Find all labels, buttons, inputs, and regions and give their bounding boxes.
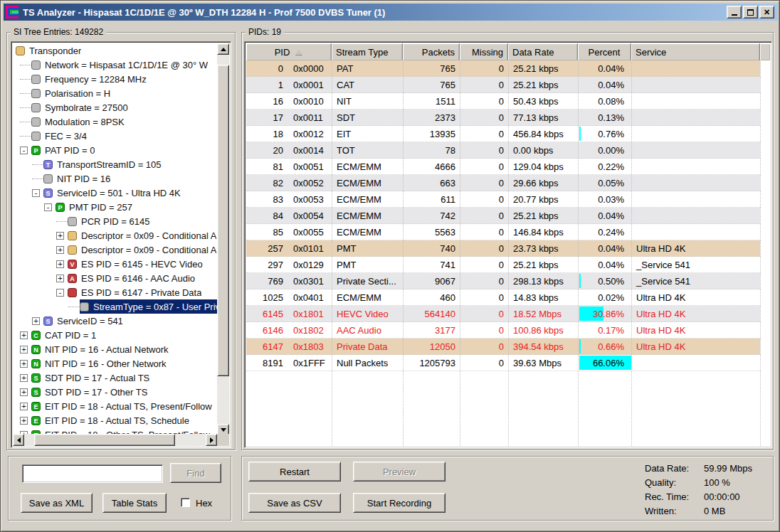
tree-item[interactable]: +Descriptor = 0x09 - Conditional A [13, 228, 217, 243]
cell-missing: 0 [460, 224, 508, 240]
tree-item[interactable]: Modulation = 8PSK [13, 115, 217, 129]
expand-icon[interactable]: + [20, 360, 28, 368]
table-row[interactable]: 2570x0101PMT740023.73 kbps0.04%Ultra HD … [246, 240, 770, 257]
tree-item[interactable]: -SServiceID = 501 - Ultra HD 4K [13, 186, 217, 200]
tree-item[interactable]: +SSDT PID = 17 - Other TS [13, 385, 217, 399]
table-row[interactable]: 10250x0401ECM/EMM460014.83 kbps0.02%Ultr… [246, 289, 770, 306]
table-row[interactable]: 810x0051ECM/EMM46660129.04 kbps0.22% [246, 159, 770, 175]
column-header-stream-type[interactable]: Stream Type [332, 43, 403, 60]
tree-item[interactable]: PCR PID = 6145 [13, 214, 217, 228]
tree-item[interactable]: +Descriptor = 0x09 - Conditional A [13, 243, 217, 257]
tree-item-content: Descriptor = 0x09 - Conditional A [68, 243, 217, 257]
tree-horizontal-scrollbar[interactable] [13, 434, 217, 446]
expand-icon[interactable]: + [32, 317, 40, 325]
tree-item[interactable]: +CCAT PID = 1 [13, 328, 217, 342]
tree-item[interactable]: +AES PID = 6146 - AAC Audio [13, 271, 217, 285]
column-header-data-rate[interactable]: Data Rate [508, 43, 578, 60]
hex-checkbox[interactable] [181, 498, 190, 507]
tree-item[interactable]: Polarisation = H [13, 86, 217, 100]
tree-item[interactable]: Transponder [13, 43, 217, 58]
table-row[interactable]: 2970x0129PMT741025.21 kbps0.04%_Service … [246, 257, 770, 273]
tree-item[interactable]: Network = Hispasat 1C/1D/1E @ 30° W [13, 58, 217, 72]
column-header-packets[interactable]: Packets [403, 43, 460, 60]
expand-icon[interactable]: + [56, 232, 64, 240]
gray-node-icon [31, 75, 41, 84]
tree-item[interactable]: +EEIT PID = 18 - Actual TS, Schedule [13, 413, 217, 427]
expand-icon[interactable]: + [20, 403, 28, 410]
collapse-icon[interactable]: - [20, 147, 28, 154]
table-row[interactable]: 61470x1803Private Data120500394.54 kbps0… [246, 339, 770, 355]
tree-item[interactable]: -PPMT PID = 257 [13, 200, 217, 214]
table-row[interactable]: 00x0000PAT765025.21 kbps0.04% [246, 60, 770, 77]
tree-item[interactable]: +SServiceID = 541 [13, 314, 217, 328]
table-row[interactable]: 61450x1801HEVC Video564140018.52 Mbps30.… [246, 306, 770, 322]
table-row[interactable]: 81910x1FFFNull Packets1205793039.63 Mbps… [246, 355, 770, 371]
save-as-csv-button[interactable]: Save as CSV [248, 493, 341, 513]
column-header-pid[interactable]: PID [246, 43, 332, 60]
title-bar[interactable]: TS Analyzer - Hispasat 1C/1D/1E @ 30º W_… [4, 4, 778, 21]
tree-hscroll-thumb[interactable] [34, 434, 175, 446]
expand-icon[interactable]: + [56, 260, 64, 268]
search-input[interactable] [22, 464, 163, 483]
tree-scroll-up-button[interactable] [217, 43, 229, 55]
collapse-icon[interactable]: - [32, 189, 40, 197]
tree-scroll-right-button[interactable] [206, 434, 217, 446]
table-row[interactable]: 840x0054ECM/EMM742025.21 kbps0.04% [246, 208, 770, 224]
si-tree-view[interactable]: TransponderNetwork = Hispasat 1C/1D/1E @… [11, 41, 231, 448]
tree-item[interactable]: StreamType = 0x87 - User Priva [13, 299, 217, 314]
tree-item[interactable]: TTransportStreamID = 105 [13, 157, 217, 171]
tree-item[interactable]: -PPAT PID = 0 [13, 143, 217, 157]
maximize-button[interactable] [743, 6, 758, 18]
tree-item[interactable]: +NNIT PID = 16 - Other Network [13, 356, 217, 371]
a-red-node-icon: A [68, 274, 77, 283]
table-row[interactable]: 180x0012EIT139350456.84 kbps0.76% [246, 126, 770, 142]
table-row[interactable]: 7690x0301Private Secti...90670298.13 kbp… [246, 273, 770, 289]
tree-scroll-left-button[interactable] [13, 434, 24, 446]
tree-item[interactable]: Frequency = 12284 MHz [13, 72, 217, 86]
cell-missing: 0 [460, 322, 508, 339]
tree-item[interactable]: NIT PID = 16 [13, 171, 217, 186]
table-row[interactable]: 160x0010NIT1511050.43 kbps0.08% [246, 93, 770, 110]
column-header-percent[interactable]: Percent [578, 43, 631, 60]
tree-item[interactable]: Symbolrate = 27500 [13, 100, 217, 115]
expand-icon[interactable]: + [20, 388, 28, 396]
table-row[interactable]: 200x0014TOT7800.00 kbps0.00% [246, 142, 770, 159]
tree-item[interactable]: -ES PID = 6147 - Private Data [13, 285, 217, 299]
tree-item-content: Descriptor = 0x09 - Conditional A [68, 228, 217, 243]
expand-icon[interactable]: + [20, 417, 28, 425]
tree-item[interactable]: FEC = 3/4 [13, 129, 217, 143]
tree-item[interactable]: +SSDT PID = 17 - Actual TS [13, 371, 217, 385]
table-row[interactable]: 850x0055ECM/EMM55630146.84 kbps0.24% [246, 224, 770, 240]
table-row[interactable]: 170x0011SDT2373077.13 kbps0.13% [246, 110, 770, 126]
table-row[interactable]: 61460x1802AAC Audio31770100.86 kbps0.17%… [246, 322, 770, 339]
expand-icon[interactable]: + [20, 331, 28, 339]
preview-button[interactable]: Preview [353, 462, 446, 482]
find-button[interactable]: Find [170, 463, 221, 483]
tree-item[interactable]: +EEIT PID = 18 - Actual TS, Present/Foll… [13, 399, 217, 413]
expand-icon[interactable]: + [56, 275, 64, 282]
table-row[interactable]: 10x0001CAT765025.21 kbps0.04% [246, 77, 770, 93]
table-row[interactable]: 820x0052ECM/EMM663029.66 kbps0.05% [246, 175, 770, 191]
tree-item[interactable]: +VES PID = 6145 - HEVC Video [13, 257, 217, 271]
save-as-xml-button[interactable]: Save as XML [21, 493, 93, 513]
start-recording-button[interactable]: Start Recording [353, 493, 446, 513]
close-button[interactable]: ✕ [759, 6, 774, 18]
cell-stream-type: PMT [332, 240, 403, 257]
expand-icon[interactable]: + [56, 246, 64, 254]
column-header-service[interactable]: Service [631, 43, 760, 60]
cell-pid: 200x0014 [246, 142, 332, 159]
cell-packets: 12050 [403, 339, 460, 355]
tree-vertical-scrollbar[interactable] [217, 43, 229, 435]
expand-icon[interactable]: + [20, 374, 28, 382]
tree-item[interactable]: +NNIT PID = 16 - Actual Network [13, 342, 217, 356]
tree-vscroll-thumb[interactable] [217, 65, 229, 376]
column-header-missing[interactable]: Missing [460, 43, 508, 60]
table-stats-button[interactable]: Table Stats [102, 493, 167, 513]
cell-service [631, 191, 760, 208]
collapse-icon[interactable]: - [56, 289, 64, 297]
collapse-icon[interactable]: - [44, 203, 52, 211]
restart-button[interactable]: Restart [248, 462, 341, 482]
table-row[interactable]: 830x0053ECM/EMM611020.77 kbps0.03% [246, 191, 770, 208]
expand-icon[interactable]: + [20, 346, 28, 353]
minimize-button[interactable] [727, 6, 742, 18]
